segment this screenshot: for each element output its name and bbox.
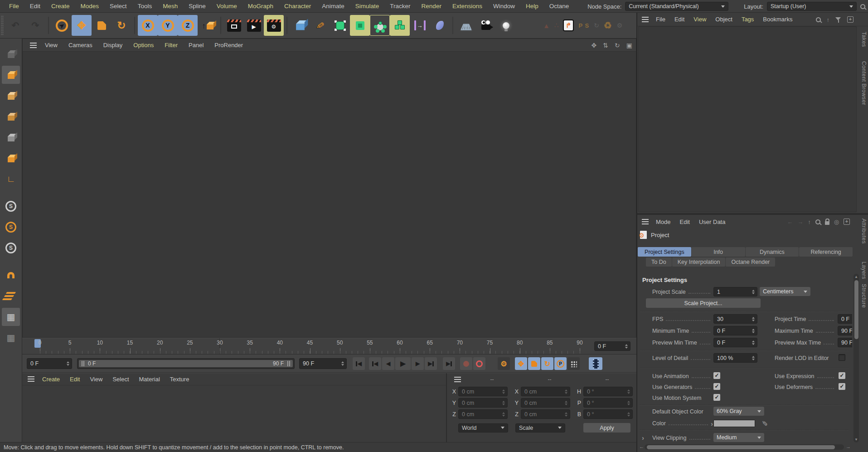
timeline-ruler[interactable]: 051015202530354045505560657075808590 0 F (22, 338, 636, 355)
menubar-item[interactable]: File (4, 3, 24, 10)
live-selection-button[interactable]: ➤ (52, 15, 72, 36)
menubar-item[interactable]: Mesh (157, 3, 183, 10)
use-deformers-checkbox[interactable]: ✓ (839, 383, 845, 390)
viewport-menu-item[interactable]: Panel (183, 42, 209, 49)
snapping-button[interactable] (2, 266, 20, 284)
attribute-menu-item[interactable]: User Data (694, 219, 730, 225)
viewport-menu-item[interactable]: ProRender (209, 42, 248, 49)
render-settings-button[interactable]: ⚙ (264, 15, 284, 36)
history-forward-icon[interactable]: → (797, 219, 803, 225)
subdivision-surface-button[interactable] (330, 15, 350, 36)
minimum-time-field[interactable]: 0 F (713, 326, 757, 335)
bend-deformer-button[interactable] (430, 15, 450, 36)
material-menu-item[interactable]: Select (107, 376, 134, 383)
project-scale-unit-select[interactable]: Centimeters (760, 287, 810, 296)
menubar-item[interactable]: Modes (75, 3, 105, 10)
object-manager-menu-item[interactable]: Tags (737, 16, 758, 23)
panel-splitter[interactable] (637, 213, 868, 215)
record-keyframe-button[interactable] (460, 357, 472, 370)
range-handle-left[interactable] (82, 361, 84, 366)
rotation-p-field[interactable]: 0 ° (583, 398, 633, 408)
toggle-view-icon[interactable]: ▣ (626, 42, 632, 49)
scroll-right-icon[interactable]: → (846, 444, 851, 449)
material-menu-item[interactable]: Material (134, 376, 165, 383)
menubar-item[interactable]: Simulate (350, 3, 385, 10)
layout-select[interactable]: Startup (User) (767, 2, 857, 11)
end-frame-spinner[interactable] (340, 361, 345, 366)
viewport-menu-item[interactable]: Display (98, 42, 128, 49)
object-manager-menu-item[interactable]: Edit (670, 16, 689, 23)
menubar-item[interactable]: Create (46, 3, 75, 10)
horizontal-scrollbar[interactable] (645, 444, 844, 450)
redo-button[interactable]: ↷ (25, 15, 45, 36)
range-handle-right[interactable] (287, 361, 290, 366)
preview-max-time-field[interactable]: 90 F (838, 338, 852, 347)
material-menu-item[interactable]: Create (37, 376, 65, 383)
goto-start-button[interactable]: ◀ (353, 357, 365, 370)
coordinate-menu-icon[interactable] (454, 377, 461, 382)
play-button[interactable]: ▶ (395, 357, 411, 370)
add-camera-button[interactable] (476, 15, 496, 36)
tab-attributes[interactable]: Attributes (858, 219, 867, 244)
spinner[interactable] (751, 340, 756, 345)
autokey-button[interactable] (473, 357, 485, 370)
rotate-dim-icon[interactable]: ↻ (594, 22, 599, 29)
goto-end-button[interactable]: ▶ (443, 357, 455, 370)
attribute-menu-item[interactable]: Mode (651, 219, 675, 225)
menubar-item[interactable]: Tools (132, 3, 158, 10)
previous-frame-button[interactable]: ◀ (382, 357, 394, 370)
menubar-item[interactable]: Animate (316, 3, 350, 10)
workplane-axis-icon[interactable]: ↱ (563, 19, 574, 31)
new-panel-icon[interactable]: + (844, 219, 850, 225)
record-rotation-button[interactable]: ↻ (541, 357, 553, 370)
attribute-tab[interactable]: Octane Render (726, 258, 775, 267)
solo-off-button[interactable]: S (2, 197, 20, 215)
tab-structure[interactable]: Structure (858, 284, 867, 308)
y-axis-lock-button[interactable]: Y (158, 15, 178, 36)
menubar-item[interactable]: Character (279, 3, 316, 10)
timeline-current-frame[interactable]: 0 F (594, 341, 630, 351)
add-icon[interactable]: + (847, 16, 853, 23)
menubar-item[interactable]: Spline (183, 3, 211, 10)
project-time-field[interactable]: 0 F (838, 314, 852, 324)
warning-icon[interactable]: ▲ (543, 22, 550, 29)
object-manager-menu-item[interactable]: View (689, 16, 711, 23)
menubar-item[interactable]: Tracker (384, 3, 416, 10)
menubar-item[interactable]: Select (104, 3, 132, 10)
rotation-h-field[interactable]: 0 ° (583, 387, 633, 396)
record-pla-button[interactable] (567, 357, 580, 370)
tab-takes[interactable]: Takes (858, 32, 867, 47)
menubar-item[interactable]: Help (520, 3, 544, 10)
object-manager-menu-item[interactable]: Bookmarks (758, 16, 797, 23)
toolbar-grip[interactable] (1, 15, 4, 35)
model-mode-button[interactable] (2, 66, 20, 84)
playback-range-slider[interactable]: 0 F 90 F (77, 358, 295, 369)
frame-spinner[interactable] (624, 344, 629, 349)
object-manager-menu-item[interactable]: Object (711, 16, 737, 23)
solo-hierarchy-button[interactable]: S (2, 239, 20, 257)
render-view-button[interactable] (224, 15, 244, 36)
add-spline-button[interactable]: ✎ (310, 15, 330, 36)
maximum-time-field[interactable]: 90 F (838, 326, 852, 335)
coordinate-space-select[interactable]: World (458, 423, 508, 433)
dots-icon[interactable]: ∴ (554, 21, 559, 29)
gear-dim-icon[interactable]: ⚙ (617, 22, 623, 29)
add-light-button[interactable] (496, 15, 516, 36)
use-animation-checkbox[interactable]: ✓ (713, 372, 720, 379)
viewport[interactable]: ViewCamerasDisplayOptionsFilterPanelProR… (22, 39, 636, 338)
preview-min-time-field[interactable]: 0 F (713, 338, 757, 347)
mograph-button[interactable] (370, 15, 390, 36)
lock-workplane-button[interactable]: ▦ (2, 308, 20, 326)
selected-object-row[interactable]: ⚙ Project (640, 229, 669, 240)
material-menu-item[interactable]: Texture (165, 376, 194, 383)
viewport-menu-item[interactable]: Filter (159, 42, 183, 49)
playback-range-bar[interactable]: 0 F 90 F (79, 360, 293, 367)
object-manager-menu-icon[interactable] (642, 17, 649, 22)
next-frame-button[interactable]: ▶ (412, 357, 424, 370)
scroll-up-icon[interactable]: ▲ (854, 275, 858, 279)
size-z-field[interactable]: 0 cm (521, 409, 570, 419)
render-lod-checkbox[interactable] (839, 354, 845, 361)
rotate-view-icon[interactable]: ↻ (615, 42, 620, 49)
coordinate-mode-select[interactable]: Scale (515, 423, 565, 433)
search-icon[interactable] (860, 4, 865, 9)
